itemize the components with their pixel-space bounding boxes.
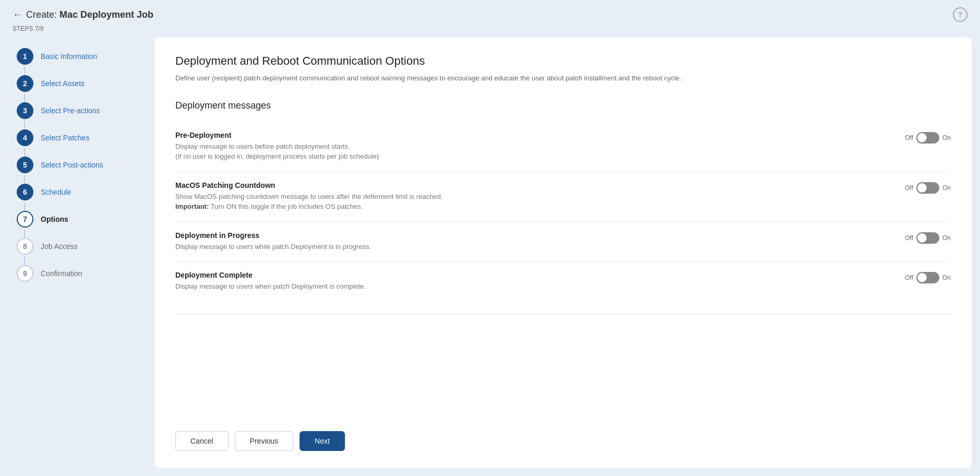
sidebar-step-8[interactable]: 8 Job Access [8, 233, 154, 260]
section-title: Deployment messages [175, 100, 951, 111]
toggle-macos-patching-countdown[interactable] [916, 182, 939, 194]
toggle-deployment-in-progress[interactable] [916, 232, 939, 244]
row-important-macos-patching-countdown: Important: [175, 203, 209, 210]
step-label-2: Select Assets [41, 79, 85, 88]
toggle-on-label-pre-deployment: On [942, 134, 951, 141]
deployment-row-macos-patching-countdown: MacOS Patching Countdown Show MacOS patc… [175, 172, 951, 222]
step-circle-2: 2 [17, 75, 33, 92]
panel-subtitle: Define user (recipient) patch deployment… [175, 73, 951, 84]
row-title-deployment-complete: Deployment Complete [175, 271, 884, 279]
cancel-button[interactable]: Cancel [175, 431, 229, 451]
footer-actions: Cancel Previous Next [175, 421, 951, 451]
page-title: Create: Mac Deployment Job [26, 9, 153, 20]
step-label-3: Select Pre-actions [41, 106, 100, 115]
row-left-deployment-in-progress: Deployment in Progress Display message t… [175, 231, 905, 252]
main-panel: Deployment and Reboot Communication Opti… [154, 38, 972, 468]
sidebar-step-4[interactable]: 4 Select Patches [8, 124, 154, 151]
row-title-macos-patching-countdown: MacOS Patching Countdown [175, 181, 884, 189]
step-circle-3: 3 [17, 102, 33, 119]
sidebar-step-2[interactable]: 2 Select Assets [8, 70, 154, 97]
step-circle-7: 7 [17, 211, 33, 228]
step-circle-6: 6 [17, 184, 33, 200]
row-left-pre-deployment: Pre-Deployment Display message to users … [175, 131, 905, 162]
toggle-off-label-deployment-in-progress: Off [905, 234, 913, 242]
toggle-off-label-deployment-complete: Off [905, 274, 913, 281]
step-label-6: Schedule [41, 188, 71, 196]
sidebar-step-7: 7 Options [8, 206, 154, 233]
deployment-row-deployment-complete: Deployment Complete Display message to u… [175, 261, 951, 301]
toggle-deployment-complete[interactable] [916, 272, 939, 283]
toggle-thumb-deployment-in-progress [917, 233, 927, 243]
back-button[interactable]: ← [13, 10, 22, 19]
toggle-thumb-deployment-complete [917, 273, 927, 282]
help-icon[interactable]: ? [953, 7, 967, 22]
sidebar-step-6[interactable]: 6 Schedule [8, 178, 154, 206]
toggle-thumb-macos-patching-countdown [917, 183, 927, 193]
toggle-on-label-deployment-in-progress: On [942, 234, 951, 242]
step-label-8: Job Access [41, 242, 78, 251]
deployment-row-deployment-in-progress: Deployment in Progress Display message t… [175, 222, 951, 262]
sidebar: 1 Basic Information 2 Select Assets 3 Se… [8, 38, 154, 468]
step-label-4: Select Patches [41, 134, 89, 142]
toggle-on-label-deployment-complete: On [942, 274, 951, 281]
row-desc-deployment-complete: Display message to users when patch Depl… [175, 281, 884, 292]
toggle-pre-deployment[interactable] [916, 132, 939, 144]
step-label-9: Confirmation [41, 269, 82, 278]
divider [175, 314, 951, 314]
toggle-container-deployment-complete: Off On [905, 272, 951, 283]
toggle-off-label-pre-deployment: Off [905, 134, 913, 141]
row-desc-deployment-in-progress: Display message to users while patch Dep… [175, 242, 884, 252]
row-desc-pre-deployment: Display message to users before patch de… [175, 141, 884, 162]
previous-button[interactable]: Previous [235, 431, 293, 451]
toggle-thumb-pre-deployment [917, 133, 927, 142]
step-circle-1: 1 [17, 48, 33, 65]
sidebar-step-9[interactable]: 9 Confirmation [8, 260, 154, 287]
step-circle-5: 5 [17, 157, 33, 173]
row-desc-macos-patching-countdown: Show MacOS patching countdown message to… [175, 192, 884, 212]
toggle-container-deployment-in-progress: Off On [905, 232, 951, 244]
sidebar-step-5[interactable]: 5 Select Post-actions [8, 151, 154, 178]
sidebar-step-1[interactable]: 1 Basic Information [8, 43, 154, 70]
step-circle-9: 9 [17, 265, 33, 282]
step-label-7: Options [41, 215, 68, 223]
row-title-deployment-in-progress: Deployment in Progress [175, 231, 884, 240]
sidebar-step-3[interactable]: 3 Select Pre-actions [8, 97, 154, 124]
deployment-row-pre-deployment: Pre-Deployment Display message to users … [175, 122, 951, 172]
row-left-macos-patching-countdown: MacOS Patching Countdown Show MacOS patc… [175, 181, 905, 212]
toggle-on-label-macos-patching-countdown: On [942, 184, 951, 192]
toggle-off-label-macos-patching-countdown: Off [905, 184, 913, 192]
row-left-deployment-complete: Deployment Complete Display message to u… [175, 271, 905, 292]
panel-title: Deployment and Reboot Communication Opti… [175, 54, 951, 68]
steps-label: STEPS 7/9 [0, 24, 980, 38]
next-button[interactable]: Next [300, 431, 345, 451]
step-circle-8: 8 [17, 238, 33, 255]
step-circle-4: 4 [17, 129, 33, 146]
step-label-5: Select Post-actions [41, 161, 103, 169]
row-title-pre-deployment: Pre-Deployment [175, 131, 884, 139]
toggle-container-macos-patching-countdown: Off On [905, 182, 951, 194]
step-label-1: Basic Information [41, 52, 97, 61]
toggle-container-pre-deployment: Off On [905, 132, 951, 144]
